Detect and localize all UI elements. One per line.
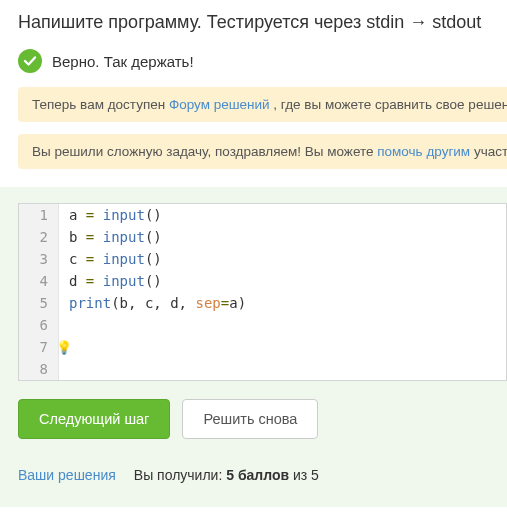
forum-link[interactable]: Форум решений [169, 97, 270, 112]
code-line: 6 [19, 314, 506, 336]
check-icon [18, 49, 42, 73]
button-row: Следующий шаг Решить снова [18, 399, 507, 439]
code-content: d = input() [59, 270, 506, 292]
lightbulb-icon[interactable]: 💡 [56, 337, 72, 359]
code-content [59, 358, 506, 380]
alert-help-before: Вы решили сложную задачу, поздравляем! В… [32, 144, 377, 159]
line-number: 7 [19, 336, 59, 358]
code-content: 💡 [59, 336, 506, 358]
line-number: 1 [19, 204, 59, 226]
line-number: 6 [19, 314, 59, 336]
code-line: 2b = input() [19, 226, 506, 248]
alert-forum-before: Теперь вам доступен [32, 97, 169, 112]
code-content: c = input() [59, 248, 506, 270]
alert-help-after: участникам [470, 144, 507, 159]
line-number: 3 [19, 248, 59, 270]
status-row: Верно. Так держать! [0, 41, 507, 87]
your-solutions-link[interactable]: Ваши решения [18, 467, 116, 483]
alert-forum: Теперь вам доступен Форум решений , где … [18, 87, 507, 122]
line-number: 8 [19, 358, 59, 380]
code-line: 3c = input() [19, 248, 506, 270]
code-line: 1a = input() [19, 204, 506, 226]
code-line: 5print(b, c, d, sep=a) [19, 292, 506, 314]
status-text: Верно. Так держать! [52, 53, 194, 70]
line-number: 5 [19, 292, 59, 314]
code-editor[interactable]: 1a = input()2b = input()3c = input()4d =… [18, 203, 507, 381]
solution-area: 1a = input()2b = input()3c = input()4d =… [0, 187, 507, 507]
score-suffix: из 5 [289, 467, 319, 483]
alert-help: Вы решили сложную задачу, поздравляем! В… [18, 134, 507, 169]
retry-button[interactable]: Решить снова [182, 399, 318, 439]
code-content: a = input() [59, 204, 506, 226]
next-step-button[interactable]: Следующий шаг [18, 399, 170, 439]
code-line: 8 [19, 358, 506, 380]
score-text: Вы получили: 5 баллов из 5 [134, 467, 319, 483]
code-line: 4d = input() [19, 270, 506, 292]
footer-row: Ваши решения Вы получили: 5 баллов из 5 [18, 467, 507, 483]
score-value: 5 баллов [226, 467, 289, 483]
help-others-link[interactable]: помочь другим [377, 144, 470, 159]
score-prefix: Вы получили: [134, 467, 226, 483]
alert-forum-after: , где вы можете сравнить свое решение [270, 97, 507, 112]
code-content [59, 314, 506, 336]
task-title: Напишите программу. Тестируется через st… [0, 0, 507, 41]
code-line: 7💡 [19, 336, 506, 358]
line-number: 2 [19, 226, 59, 248]
code-content: b = input() [59, 226, 506, 248]
line-number: 4 [19, 270, 59, 292]
code-content: print(b, c, d, sep=a) [59, 292, 506, 314]
